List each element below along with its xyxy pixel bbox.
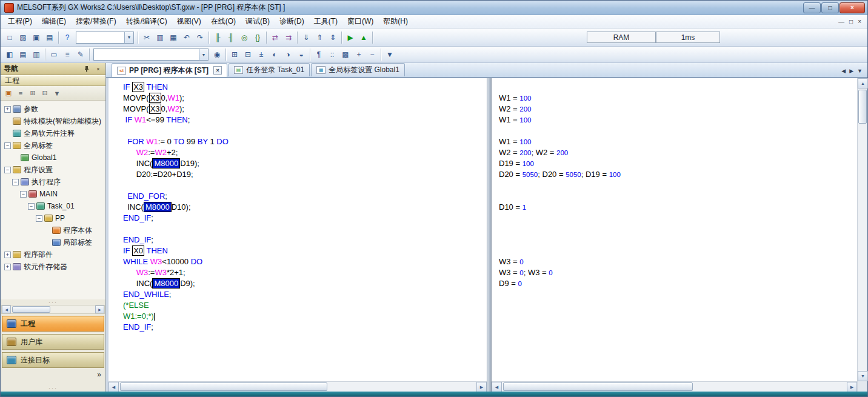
sort-icon[interactable]: ≡ xyxy=(15,87,27,99)
tree-item-device-memory[interactable]: +软元件存储器 xyxy=(1,261,105,273)
monitor-scroll-track[interactable] xyxy=(502,382,847,392)
nav-scroll-track[interactable] xyxy=(11,305,95,313)
output-window-icon[interactable]: ▥ xyxy=(30,48,43,61)
tab-3[interactable]: ▦全局标签设置 Global1 xyxy=(311,63,405,76)
cross-reference-icon[interactable]: ⊞ xyxy=(228,48,241,61)
tab-scroll-left-icon[interactable]: ◀ xyxy=(841,68,846,74)
tree-item-program-setting[interactable]: −程序设置 xyxy=(1,164,105,176)
expand-all-icon[interactable]: ⊞ xyxy=(27,87,39,99)
more-buttons-chevron[interactable]: » xyxy=(97,370,101,379)
instruction-help-icon[interactable]: ¶ xyxy=(312,48,326,61)
start-monitor-icon[interactable]: ▶ xyxy=(344,31,357,44)
collapse-all-icon[interactable]: ⊟ xyxy=(39,87,51,99)
nav-button-project[interactable]: 工程 xyxy=(2,316,104,332)
menu-find-replace[interactable]: 搜索/替换(F) xyxy=(71,15,121,28)
scroll-right-icon[interactable]: ▶ xyxy=(95,305,104,313)
st-code-editor[interactable]: IF X3 THENMOVP(X30,W1);MOVP(X30,W2); IF … xyxy=(109,78,487,381)
scroll-left-icon[interactable]: ◀ xyxy=(492,382,502,392)
parameter-shortcut-icon[interactable]: ▣ xyxy=(2,87,15,99)
scroll-right-icon[interactable]: ▶ xyxy=(476,382,487,392)
ladder-application-instruction-icon[interactable]: {} xyxy=(251,31,264,44)
docking-window-icon[interactable]: ◧ xyxy=(3,48,16,61)
tree-item-global1[interactable]: Global1 xyxy=(1,152,105,164)
menu-tools[interactable]: 工具(T) xyxy=(309,15,342,28)
menu-debug[interactable]: 调试(B) xyxy=(241,15,275,28)
program-convert-all-icon[interactable]: ⇉ xyxy=(282,31,295,44)
nav-horizontal-scrollbar[interactable]: ◀ ▶ xyxy=(1,305,105,314)
watch-start-icon[interactable]: ◐ xyxy=(268,48,281,61)
watch-stop-icon[interactable]: ◑ xyxy=(281,48,295,61)
menu-online[interactable]: 在线(O) xyxy=(206,15,241,28)
help-icon[interactable]: ? xyxy=(61,31,74,44)
nav-button-connection-destination[interactable]: 连接目标 xyxy=(2,352,104,368)
cut-icon[interactable]: ✂ xyxy=(140,31,153,44)
vertical-scroll-thumb[interactable] xyxy=(858,90,867,124)
tree-item-task01[interactable]: −Task_01 xyxy=(1,200,105,212)
tree-collapse-icon[interactable]: − xyxy=(36,215,42,222)
tree-expand-icon[interactable]: + xyxy=(4,106,11,113)
display-setting-icon[interactable]: ▩ xyxy=(339,48,352,61)
device-comment-icon[interactable]: ▭ xyxy=(47,48,61,61)
close-tab-icon[interactable]: × xyxy=(213,66,222,75)
menu-help[interactable]: 帮助(H) xyxy=(378,15,413,28)
dropdown-arrow-icon[interactable]: ▼ xyxy=(199,49,208,60)
menu-diagnostics[interactable]: 诊断(D) xyxy=(275,15,309,28)
tree-item-main[interactable]: −MAIN xyxy=(1,188,105,200)
statement-icon[interactable]: ≡ xyxy=(61,48,74,61)
code-scroll-track[interactable] xyxy=(119,382,476,392)
code-scroll-thumb[interactable] xyxy=(120,382,327,391)
print-icon[interactable]: ▤ xyxy=(43,31,56,44)
window-select-combo[interactable]: ▼ xyxy=(76,32,134,44)
element-selection-icon[interactable]: ▤ xyxy=(16,48,30,61)
code-horizontal-scrollbar[interactable]: ◀ ▶ xyxy=(109,381,487,392)
ladder-open-contact-icon[interactable]: ╟ xyxy=(211,31,224,44)
restore-button[interactable]: □ xyxy=(821,2,839,13)
zoom-in-icon[interactable]: + xyxy=(352,48,366,61)
undo-icon[interactable]: ↶ xyxy=(180,31,193,44)
tree-collapse-icon[interactable]: − xyxy=(4,167,11,173)
open-project-icon[interactable]: ▨ xyxy=(16,31,30,44)
tab-2[interactable]: ▤任务登录 Task_01 xyxy=(229,63,310,76)
nav-button-user-library[interactable]: 用户库 xyxy=(2,334,104,350)
vertical-scroll-track[interactable] xyxy=(858,88,867,371)
tree-item-parameter[interactable]: +参数 xyxy=(1,103,105,115)
tree-expand-icon[interactable]: + xyxy=(4,252,11,258)
nav-splitter-handle[interactable]: ··· xyxy=(1,299,105,305)
tree-item-intelligent-module[interactable]: 特殊模块(智能功能模块) xyxy=(1,115,105,127)
scroll-left-icon[interactable]: ◀ xyxy=(2,305,11,313)
footer-splitter-handle[interactable]: ··· xyxy=(1,385,105,391)
monitor-horizontal-scrollbar[interactable]: ◀ ▶ xyxy=(492,381,857,392)
monitor-value-pane[interactable]: W1 = 100W2 = 200W1 = 100W1 = 100W2 = 200… xyxy=(492,78,857,392)
pin-icon[interactable] xyxy=(82,65,91,73)
tree-item-global-label[interactable]: −全局标签 xyxy=(1,139,105,152)
ladder-close-contact-icon[interactable]: ╢ xyxy=(224,31,238,44)
title-bar[interactable]: MELSOFT系列 GX Works2 C:\Users\ll\Desktop\… xyxy=(1,1,867,15)
write-to-plc-icon[interactable]: ⇓ xyxy=(299,31,313,44)
program-convert-icon[interactable]: ⇄ xyxy=(269,31,282,44)
split-divider[interactable] xyxy=(487,78,492,392)
find-icon[interactable]: ◉ xyxy=(210,48,224,61)
monitor-scroll-thumb[interactable] xyxy=(503,382,693,391)
tree-collapse-icon[interactable]: − xyxy=(20,191,27,198)
stop-monitor-icon[interactable]: ▲ xyxy=(357,31,370,44)
redo-icon[interactable]: ↷ xyxy=(193,31,207,44)
tree-collapse-icon[interactable]: − xyxy=(28,203,35,210)
copy-icon[interactable]: ▥ xyxy=(153,31,167,44)
scroll-left-icon[interactable]: ◀ xyxy=(109,382,119,392)
scroll-up-icon[interactable]: ▲ xyxy=(858,78,868,88)
menu-window[interactable]: 窗口(W) xyxy=(342,15,378,28)
note-icon[interactable]: ✎ xyxy=(74,48,87,61)
mdi-minimize-button[interactable]: — xyxy=(838,18,844,25)
monitor-vertical-scrollbar[interactable]: ▲ ▼ xyxy=(857,78,867,392)
minimize-button[interactable]: — xyxy=(803,2,821,13)
tree-item-execution-program[interactable]: −执行程序 xyxy=(1,176,105,188)
tree-item-program-body[interactable]: 程序本体 xyxy=(1,224,105,236)
save-project-icon[interactable]: ▣ xyxy=(30,31,43,44)
scroll-right-icon[interactable]: ▶ xyxy=(847,382,857,392)
nav-filter-icon[interactable]: ▼ xyxy=(51,87,63,99)
tree-item-pp[interactable]: −PP xyxy=(1,212,105,224)
local-device-monitor-icon[interactable]: ◒ xyxy=(295,48,308,61)
find-string-combo[interactable]: ▼ xyxy=(93,48,209,61)
scroll-down-icon[interactable]: ▼ xyxy=(858,371,868,381)
menu-project[interactable]: 工程(P) xyxy=(3,15,37,28)
